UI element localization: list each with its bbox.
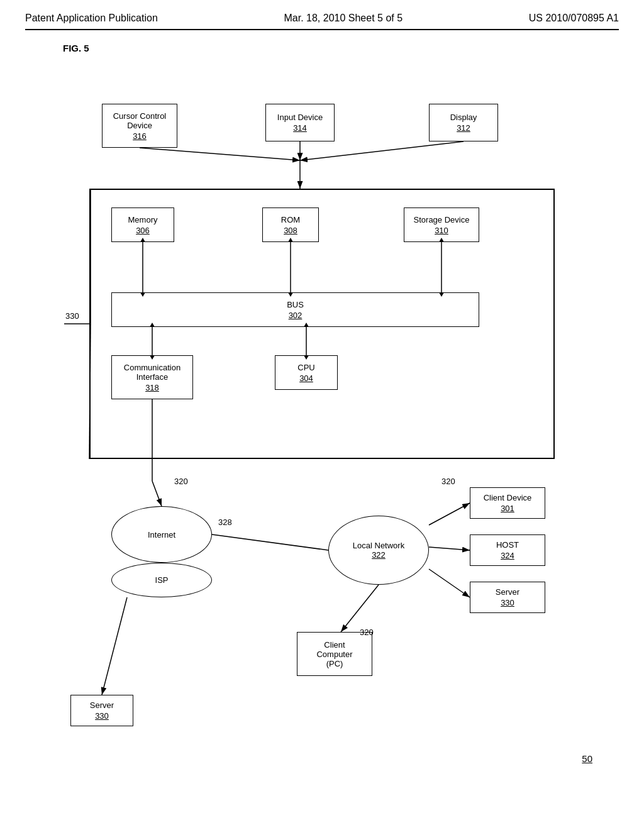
server-right-ref: 330 [501, 598, 514, 607]
server-left-box: Server 330 [70, 695, 133, 726]
host-ref: 324 [501, 551, 514, 560]
label-320a: 320 [174, 477, 188, 486]
bus-box: BUS 302 [111, 292, 479, 327]
internet-ellipse: Internet [111, 506, 212, 563]
storage-ref: 310 [435, 226, 448, 235]
bus-ref: 302 [289, 311, 303, 320]
svg-line-4 [140, 148, 300, 160]
svg-line-30 [102, 597, 127, 695]
server-left-label: Server [90, 700, 114, 710]
fig-number: 50 [582, 753, 592, 764]
svg-line-6 [300, 141, 464, 160]
rom-ref: 308 [284, 226, 297, 235]
client-computer-box: ClientComputer(PC) [297, 632, 372, 676]
svg-line-25 [212, 534, 328, 550]
display-box: Display 312 [429, 104, 498, 141]
label-320b: 320 [441, 477, 455, 486]
comm-interface-ref: 318 [145, 383, 159, 392]
header-center: Mar. 18, 2010 Sheet 5 of 5 [284, 13, 403, 24]
internet-label: Internet [148, 530, 175, 540]
cpu-box: CPU 304 [275, 355, 338, 390]
isp-ellipse: ISP [111, 563, 212, 597]
svg-line-24 [152, 481, 162, 506]
bus-label: BUS [287, 300, 304, 309]
cursor-control-ref: 316 [133, 131, 147, 141]
comm-interface-label: CommunicationInterface [124, 363, 180, 382]
host-label: HOST [496, 540, 519, 550]
svg-line-28 [429, 569, 470, 597]
header-left: Patent Application Publication [25, 13, 158, 24]
input-device-label: Input Device [277, 113, 323, 122]
isp-label: ISP [155, 575, 169, 585]
cursor-control-box: Cursor ControlDevice 316 [102, 104, 177, 148]
server-right-label: Server [496, 587, 519, 597]
svg-line-29 [341, 585, 379, 632]
svg-line-27 [429, 547, 470, 550]
page: Patent Application Publication Mar. 18, … [0, 0, 644, 830]
label-328: 328 [218, 517, 232, 527]
label-330: 330 [65, 311, 79, 321]
display-ref: 312 [457, 123, 470, 133]
header-right: US 2010/070895 A1 [529, 13, 619, 24]
storage-label: Storage Device [414, 215, 470, 224]
local-network-ellipse: Local Network 322 [328, 516, 429, 585]
host-box: HOST 324 [470, 534, 545, 566]
input-device-ref: 314 [293, 123, 307, 133]
display-label: Display [450, 113, 477, 122]
rom-box: ROM 308 [262, 208, 319, 242]
cpu-label: CPU [297, 363, 314, 372]
cursor-control-label: Cursor ControlDevice [113, 111, 167, 130]
storage-box: Storage Device 310 [404, 208, 479, 242]
diagram: Cursor ControlDevice 316 Input Device 31… [52, 66, 592, 770]
cpu-ref: 304 [299, 374, 313, 383]
memory-ref: 306 [136, 226, 150, 235]
page-header: Patent Application Publication Mar. 18, … [25, 13, 619, 30]
comm-interface-box: CommunicationInterface 318 [111, 355, 193, 399]
client-computer-label: ClientComputer(PC) [316, 640, 352, 668]
local-network-ref: 322 [372, 550, 386, 560]
client-device-label: Client Device [484, 493, 532, 502]
client-device-ref: 301 [501, 504, 514, 513]
memory-box: Memory 306 [111, 208, 174, 242]
server-left-ref: 330 [95, 711, 109, 721]
server-right-box: Server 330 [470, 582, 545, 613]
input-device-box: Input Device 314 [265, 104, 335, 141]
label-320c: 320 [360, 628, 374, 637]
figure-label: FIG. 5 [63, 43, 619, 53]
rom-label: ROM [281, 215, 300, 224]
local-network-label: Local Network [353, 541, 404, 550]
svg-line-26 [429, 503, 470, 525]
memory-label: Memory [128, 215, 158, 224]
client-device-box: Client Device 301 [470, 487, 545, 519]
